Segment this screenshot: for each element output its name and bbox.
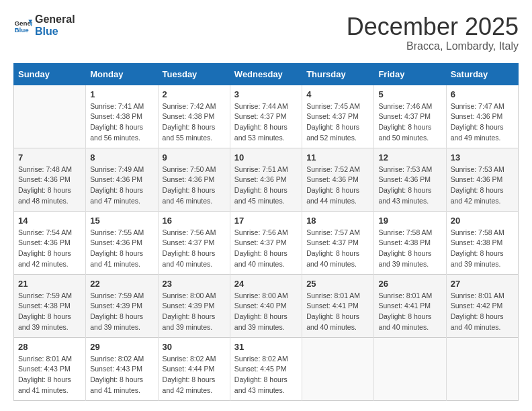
header-friday: Friday — [374, 63, 446, 85]
calendar-cell: 7Sunrise: 7:48 AM Sunset: 4:36 PM Daylig… — [14, 148, 86, 211]
header-saturday: Saturday — [446, 63, 518, 85]
day-info: Sunrise: 7:48 AM Sunset: 4:36 PM Dayligh… — [18, 165, 81, 207]
day-info: Sunrise: 8:01 AM Sunset: 4:43 PM Dayligh… — [18, 354, 81, 396]
day-number: 15 — [90, 216, 153, 226]
calendar-cell: 20Sunrise: 7:58 AM Sunset: 4:38 PM Dayli… — [446, 211, 518, 274]
day-number: 5 — [378, 89, 441, 99]
day-info: Sunrise: 7:54 AM Sunset: 4:36 PM Dayligh… — [18, 228, 81, 270]
header-thursday: Thursday — [302, 63, 374, 85]
day-info: Sunrise: 8:02 AM Sunset: 4:44 PM Dayligh… — [163, 354, 226, 396]
calendar-cell: 2Sunrise: 7:42 AM Sunset: 4:38 PM Daylig… — [158, 85, 230, 148]
day-number: 17 — [234, 216, 298, 226]
day-number: 25 — [306, 279, 369, 289]
day-info: Sunrise: 7:45 AM Sunset: 4:37 PM Dayligh… — [306, 101, 369, 144]
day-info: Sunrise: 8:00 AM Sunset: 4:39 PM Dayligh… — [163, 291, 226, 333]
day-info: Sunrise: 7:59 AM Sunset: 4:38 PM Dayligh… — [18, 291, 81, 333]
calendar-cell: 22Sunrise: 7:59 AM Sunset: 4:39 PM Dayli… — [86, 274, 158, 337]
calendar-cell: 14Sunrise: 7:54 AM Sunset: 4:36 PM Dayli… — [14, 211, 86, 274]
day-number: 21 — [18, 279, 81, 289]
day-info: Sunrise: 7:56 AM Sunset: 4:37 PM Dayligh… — [234, 228, 298, 270]
calendar-cell: 15Sunrise: 7:55 AM Sunset: 4:36 PM Dayli… — [86, 211, 158, 274]
header-sunday: Sunday — [14, 63, 86, 85]
day-number: 29 — [90, 342, 153, 352]
day-info: Sunrise: 7:57 AM Sunset: 4:37 PM Dayligh… — [306, 228, 369, 270]
day-info: Sunrise: 8:02 AM Sunset: 4:43 PM Dayligh… — [90, 354, 153, 396]
calendar-cell: 25Sunrise: 8:01 AM Sunset: 4:41 PM Dayli… — [302, 274, 374, 337]
day-number: 24 — [234, 279, 298, 289]
day-info: Sunrise: 7:58 AM Sunset: 4:38 PM Dayligh… — [378, 228, 441, 270]
calendar-cell: 13Sunrise: 7:53 AM Sunset: 4:36 PM Dayli… — [446, 148, 518, 211]
day-number: 28 — [18, 342, 81, 352]
day-number: 18 — [306, 216, 369, 226]
day-number: 31 — [234, 342, 298, 352]
logo-icon: General Blue — [13, 16, 32, 35]
calendar-cell — [446, 337, 518, 400]
day-info: Sunrise: 7:47 AM Sunset: 4:36 PM Dayligh… — [451, 101, 514, 144]
calendar-cell: 31Sunrise: 8:02 AM Sunset: 4:45 PM Dayli… — [230, 337, 302, 400]
day-number: 22 — [90, 279, 153, 289]
calendar-week-4: 21Sunrise: 7:59 AM Sunset: 4:38 PM Dayli… — [14, 274, 519, 337]
calendar-cell: 3Sunrise: 7:44 AM Sunset: 4:37 PM Daylig… — [230, 85, 302, 148]
calendar-week-2: 7Sunrise: 7:48 AM Sunset: 4:36 PM Daylig… — [14, 148, 519, 211]
day-number: 10 — [234, 152, 298, 163]
day-info: Sunrise: 8:02 AM Sunset: 4:45 PM Dayligh… — [234, 354, 298, 396]
day-number: 2 — [163, 89, 226, 99]
day-info: Sunrise: 7:41 AM Sunset: 4:38 PM Dayligh… — [90, 101, 153, 144]
calendar-cell: 4Sunrise: 7:45 AM Sunset: 4:37 PM Daylig… — [302, 85, 374, 148]
day-number: 27 — [451, 279, 514, 289]
calendar-cell: 28Sunrise: 8:01 AM Sunset: 4:43 PM Dayli… — [14, 337, 86, 400]
svg-text:Blue: Blue — [14, 26, 29, 33]
calendar-cell: 24Sunrise: 8:00 AM Sunset: 4:40 PM Dayli… — [230, 274, 302, 337]
location-title: Bracca, Lombardy, Italy — [347, 40, 519, 52]
calendar-cell: 11Sunrise: 7:52 AM Sunset: 4:36 PM Dayli… — [302, 148, 374, 211]
day-info: Sunrise: 7:44 AM Sunset: 4:37 PM Dayligh… — [234, 101, 298, 144]
day-info: Sunrise: 8:01 AM Sunset: 4:41 PM Dayligh… — [306, 291, 369, 333]
day-info: Sunrise: 7:53 AM Sunset: 4:36 PM Dayligh… — [451, 165, 514, 207]
day-number: 30 — [163, 342, 226, 352]
day-info: Sunrise: 7:52 AM Sunset: 4:36 PM Dayligh… — [306, 165, 369, 207]
day-info: Sunrise: 7:51 AM Sunset: 4:36 PM Dayligh… — [234, 165, 298, 207]
day-info: Sunrise: 7:46 AM Sunset: 4:37 PM Dayligh… — [378, 101, 441, 144]
logo-blue-text: Blue — [35, 26, 75, 38]
calendar-cell: 21Sunrise: 7:59 AM Sunset: 4:38 PM Dayli… — [14, 274, 86, 337]
day-number: 9 — [163, 152, 226, 163]
calendar-cell: 1Sunrise: 7:41 AM Sunset: 4:38 PM Daylig… — [86, 85, 158, 148]
day-info: Sunrise: 8:01 AM Sunset: 4:42 PM Dayligh… — [451, 291, 514, 333]
day-number: 11 — [306, 152, 369, 163]
calendar-cell: 8Sunrise: 7:49 AM Sunset: 4:36 PM Daylig… — [86, 148, 158, 211]
day-info: Sunrise: 7:53 AM Sunset: 4:36 PM Dayligh… — [378, 165, 441, 207]
day-number: 14 — [18, 216, 81, 226]
calendar-cell — [374, 337, 446, 400]
day-info: Sunrise: 8:00 AM Sunset: 4:40 PM Dayligh… — [234, 291, 298, 333]
header-monday: Monday — [86, 63, 158, 85]
day-number: 7 — [18, 152, 81, 163]
day-number: 23 — [163, 279, 226, 289]
day-info: Sunrise: 7:59 AM Sunset: 4:39 PM Dayligh… — [90, 291, 153, 333]
calendar-cell: 29Sunrise: 8:02 AM Sunset: 4:43 PM Dayli… — [86, 337, 158, 400]
day-number: 12 — [378, 152, 441, 163]
title-section: December 2025 Bracca, Lombardy, Italy — [347, 13, 519, 52]
day-number: 13 — [451, 152, 514, 163]
calendar-cell: 19Sunrise: 7:58 AM Sunset: 4:38 PM Dayli… — [374, 211, 446, 274]
calendar-cell: 6Sunrise: 7:47 AM Sunset: 4:36 PM Daylig… — [446, 85, 518, 148]
day-number: 20 — [451, 216, 514, 226]
day-info: Sunrise: 7:56 AM Sunset: 4:37 PM Dayligh… — [163, 228, 226, 270]
logo-general-text: General — [35, 13, 75, 26]
calendar-cell — [302, 337, 374, 400]
day-number: 16 — [163, 216, 226, 226]
calendar-cell: 10Sunrise: 7:51 AM Sunset: 4:36 PM Dayli… — [230, 148, 302, 211]
day-number: 4 — [306, 89, 369, 99]
calendar-cell — [14, 85, 86, 148]
day-info: Sunrise: 7:49 AM Sunset: 4:36 PM Dayligh… — [90, 165, 153, 207]
calendar-cell: 23Sunrise: 8:00 AM Sunset: 4:39 PM Dayli… — [158, 274, 230, 337]
calendar-header-row: SundayMondayTuesdayWednesdayThursdayFrid… — [14, 63, 519, 85]
day-number: 1 — [90, 89, 153, 99]
header-tuesday: Tuesday — [158, 63, 230, 85]
calendar-cell: 26Sunrise: 8:01 AM Sunset: 4:41 PM Dayli… — [374, 274, 446, 337]
header-wednesday: Wednesday — [230, 63, 302, 85]
day-number: 8 — [90, 152, 153, 163]
calendar-cell: 27Sunrise: 8:01 AM Sunset: 4:42 PM Dayli… — [446, 274, 518, 337]
calendar-cell: 18Sunrise: 7:57 AM Sunset: 4:37 PM Dayli… — [302, 211, 374, 274]
day-info: Sunrise: 7:58 AM Sunset: 4:38 PM Dayligh… — [451, 228, 514, 270]
calendar-cell: 16Sunrise: 7:56 AM Sunset: 4:37 PM Dayli… — [158, 211, 230, 274]
